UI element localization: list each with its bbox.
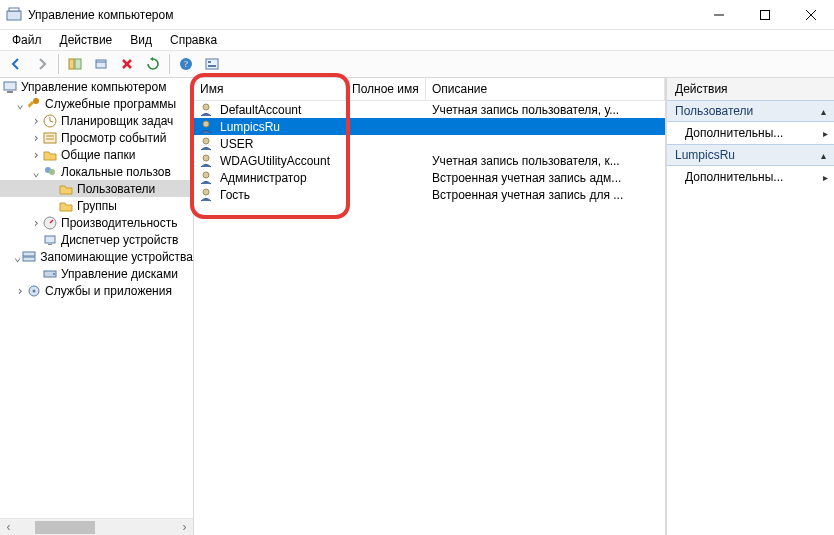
- tree-label: Службы и приложения: [45, 284, 172, 298]
- tree-local-users[interactable]: ⌄ Локальные пользов: [0, 163, 193, 180]
- tree-root[interactable]: Управление компьютером: [0, 78, 193, 95]
- tree-disk-management[interactable]: Управление дисками: [0, 265, 193, 282]
- user-name: WDAGUtilityAccount: [220, 154, 330, 168]
- list-row[interactable]: АдминистраторВстроенная учетная запись а…: [194, 169, 665, 186]
- scroll-left-icon[interactable]: ‹: [0, 519, 17, 536]
- svg-rect-18: [7, 91, 13, 93]
- disk-icon: [42, 266, 58, 282]
- expand-icon[interactable]: ›: [30, 115, 42, 127]
- menu-file[interactable]: Файл: [4, 31, 50, 49]
- show-hide-tree-button[interactable]: [63, 52, 87, 76]
- svg-rect-16: [208, 65, 216, 67]
- tree-storage[interactable]: ⌄ Запоминающие устройства: [0, 248, 193, 265]
- svg-text:?: ?: [184, 59, 188, 69]
- expand-icon[interactable]: ›: [14, 285, 26, 297]
- actions-spacer: [667, 188, 834, 535]
- actions-header: Действия: [667, 78, 834, 100]
- properties-button[interactable]: [89, 52, 113, 76]
- list-row[interactable]: WDAGUtilityAccountУчетная запись пользов…: [194, 152, 665, 169]
- tree-groups[interactable]: Группы: [0, 197, 193, 214]
- menu-view[interactable]: Вид: [122, 31, 160, 49]
- list-body[interactable]: DefaultAccountУчетная запись пользовател…: [194, 101, 665, 535]
- svg-rect-6: [69, 59, 74, 69]
- computer-icon: [2, 79, 18, 95]
- refresh-button[interactable]: [141, 52, 165, 76]
- clock-icon: [42, 113, 58, 129]
- user-icon: [198, 102, 214, 118]
- forward-button[interactable]: [30, 52, 54, 76]
- column-fullname[interactable]: Полное имя: [346, 78, 426, 100]
- window-buttons: [696, 0, 834, 29]
- svg-rect-14: [206, 59, 218, 69]
- actions-pane: Действия Пользователи ▴ Дополнительны...…: [666, 78, 834, 535]
- actions-more-2[interactable]: Дополнительны... ▸: [667, 166, 834, 188]
- tree-label: Производительность: [61, 216, 177, 230]
- actions-group-label: Пользователи: [675, 104, 753, 118]
- actions-item-label: Дополнительны...: [685, 170, 783, 184]
- actions-more-1[interactable]: Дополнительны... ▸: [667, 122, 834, 144]
- scrollbar-thumb[interactable]: [35, 521, 95, 534]
- user-description: Встроенная учетная запись адм...: [426, 171, 665, 185]
- minimize-button[interactable]: [696, 0, 742, 29]
- tree-services-apps[interactable]: › Службы и приложения: [0, 282, 193, 299]
- actions-group-selected[interactable]: LumpicsRu ▴: [667, 144, 834, 166]
- user-name: Гость: [220, 188, 250, 202]
- tree-pane[interactable]: Управление компьютером ⌄ Служебные прогр…: [0, 78, 194, 535]
- tree-task-scheduler[interactable]: › Планировщик задач: [0, 112, 193, 129]
- collapse-icon[interactable]: ⌄: [30, 166, 42, 178]
- horizontal-scrollbar[interactable]: ‹ ›: [0, 518, 193, 535]
- actions-group-users[interactable]: Пользователи ▴: [667, 100, 834, 122]
- maximize-button[interactable]: [742, 0, 788, 29]
- column-description[interactable]: Описание: [426, 78, 665, 100]
- options-button[interactable]: [200, 52, 224, 76]
- shared-folder-icon: [42, 147, 58, 163]
- delete-button[interactable]: [115, 52, 139, 76]
- scroll-right-icon[interactable]: ›: [176, 519, 193, 536]
- expand-icon[interactable]: ›: [30, 132, 42, 144]
- tree-device-manager[interactable]: Диспетчер устройств: [0, 231, 193, 248]
- user-icon: [198, 136, 214, 152]
- user-name: DefaultAccount: [220, 103, 301, 117]
- user-name: LumpicsRu: [220, 120, 280, 134]
- users-icon: [42, 164, 58, 180]
- user-name: Администратор: [220, 171, 307, 185]
- services-icon: [26, 283, 42, 299]
- toolbar-separator: [58, 54, 59, 74]
- tree-label: Запоминающие устройства: [40, 250, 193, 264]
- expand-icon[interactable]: ›: [30, 149, 42, 161]
- tree-event-viewer[interactable]: › Просмотр событий: [0, 129, 193, 146]
- tree-services-utils[interactable]: ⌄ Служебные программы: [0, 95, 193, 112]
- user-description: Учетная запись пользователя, у...: [426, 103, 665, 117]
- tree-performance[interactable]: › Производительность: [0, 214, 193, 231]
- tree-label: Управление компьютером: [21, 80, 166, 94]
- collapse-icon[interactable]: ⌄: [14, 98, 26, 110]
- menu-action[interactable]: Действие: [52, 31, 121, 49]
- tree-label: Планировщик задач: [61, 114, 173, 128]
- list-row[interactable]: USER: [194, 135, 665, 152]
- tree-label: Управление дисками: [61, 267, 178, 281]
- list-row[interactable]: ГостьВстроенная учетная запись для ...: [194, 186, 665, 203]
- svg-point-19: [33, 98, 39, 104]
- actions-item-label: Дополнительны...: [685, 126, 783, 140]
- tree-users[interactable]: Пользователи: [0, 180, 193, 197]
- tree-shared-folders[interactable]: › Общие папки: [0, 146, 193, 163]
- expand-icon[interactable]: ›: [30, 217, 42, 229]
- toolbar: ?: [0, 50, 834, 78]
- svg-rect-17: [4, 82, 16, 90]
- close-button[interactable]: [788, 0, 834, 29]
- help-button[interactable]: ?: [174, 52, 198, 76]
- menu-help[interactable]: Справка: [162, 31, 225, 49]
- back-button[interactable]: [4, 52, 28, 76]
- tree-label: Диспетчер устройств: [61, 233, 178, 247]
- svg-point-38: [203, 155, 209, 161]
- list-row[interactable]: LumpicsRu: [194, 118, 665, 135]
- user-description: Встроенная учетная запись для ...: [426, 188, 665, 202]
- device-icon: [42, 232, 58, 248]
- column-name[interactable]: Имя: [194, 78, 346, 100]
- svg-point-32: [53, 273, 55, 275]
- storage-icon: [21, 249, 37, 265]
- list-row[interactable]: DefaultAccountУчетная запись пользовател…: [194, 101, 665, 118]
- chevron-up-icon: ▴: [821, 150, 826, 161]
- collapse-icon[interactable]: ⌄: [14, 251, 21, 263]
- tree-label: Пользователи: [77, 182, 155, 196]
